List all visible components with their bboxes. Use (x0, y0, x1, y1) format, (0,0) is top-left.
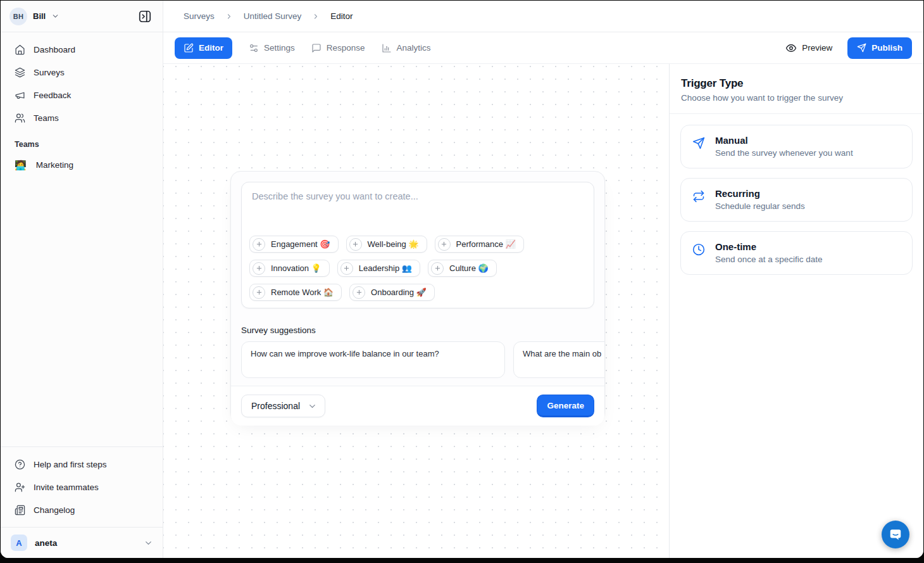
topic-chip-label: Onboarding 🚀 (371, 288, 427, 297)
topic-chip-engagement[interactable]: Engagement 🎯 (249, 236, 339, 253)
tone-select[interactable]: Professional (241, 395, 325, 417)
user-plus-icon (15, 482, 25, 493)
ai-composer-card: Engagement 🎯 Well-being 🌟 Performance 📈 (230, 171, 605, 422)
editor-canvas: Engagement 🎯 Well-being 🌟 Performance 📈 (163, 64, 669, 558)
sidebar-item-feedback[interactable]: Feedback (7, 84, 156, 106)
sidebar-item-label: Teams (34, 113, 59, 123)
trigger-option-description: Schedule regular sends (715, 201, 805, 211)
layers-icon (15, 67, 25, 78)
topic-chip-onboarding[interactable]: Onboarding 🚀 (349, 284, 435, 301)
trigger-type-panel: Trigger Type Choose how you want to trig… (669, 64, 923, 558)
topic-chip-well-being[interactable]: Well-being 🌟 (346, 236, 427, 253)
topic-chip-innovation[interactable]: Innovation 💡 (249, 260, 330, 277)
trigger-option-title: One-time (715, 241, 823, 252)
sidebar-nav: Dashboard Surveys Feedback Teams (1, 32, 163, 129)
eye-icon (785, 42, 797, 54)
chevron-down-icon (51, 12, 59, 20)
teams-section-label: Teams (1, 129, 163, 154)
content-row: Engagement 🎯 Well-being 🌟 Performance 📈 (163, 64, 923, 558)
sidebar-item-teams[interactable]: Teams (7, 107, 156, 129)
tab-label: Analytics (397, 43, 431, 53)
prompt-box: Engagement 🎯 Well-being 🌟 Performance 📈 (241, 182, 594, 308)
sidebar-item-surveys[interactable]: Surveys (7, 61, 156, 83)
sidebar-item-help[interactable]: Help and first steps (7, 453, 156, 475)
plus-icon (253, 238, 265, 251)
generate-button[interactable]: Generate (537, 395, 594, 417)
topic-chips: Engagement 🎯 Well-being 🌟 Performance 📈 (249, 236, 586, 301)
suggestion-card[interactable]: How can we improve work-life balance in … (241, 341, 505, 378)
panel-title: Trigger Type (681, 77, 911, 90)
trigger-option-manual[interactable]: Manual Send the survey whenever you want (680, 125, 913, 168)
tab-label: Response (327, 43, 365, 53)
sidebar-item-label: Changelog (34, 505, 75, 515)
breadcrumb-untitled-survey[interactable]: Untitled Survey (244, 11, 302, 21)
trigger-option-recurring[interactable]: Recurring Schedule regular sends (680, 178, 913, 222)
bar-chart-icon (382, 43, 392, 53)
sidebar-item-changelog[interactable]: Changelog (7, 499, 156, 521)
plus-icon (349, 238, 362, 251)
workspace-switcher[interactable]: BH Bill (1, 1, 163, 32)
tab-editor[interactable]: Editor (175, 37, 232, 59)
topic-chip-remote-work[interactable]: Remote Work 🏠 (249, 284, 342, 301)
topic-chip-performance[interactable]: Performance 📈 (435, 236, 524, 253)
publish-button[interactable]: Publish (847, 37, 912, 59)
topic-chip-label: Remote Work 🏠 (271, 288, 334, 297)
trigger-option-one-time[interactable]: One-time Send once at a specific date (680, 231, 913, 275)
breadcrumb-editor: Editor (330, 11, 353, 21)
plus-icon (253, 286, 265, 299)
collapse-sidebar-button[interactable] (135, 7, 154, 26)
message-square-icon (311, 43, 322, 53)
topic-chip-leadership[interactable]: Leadership 👥 (337, 260, 420, 277)
tab-label: Settings (264, 43, 295, 53)
sidebar-item-invite[interactable]: Invite teammates (7, 476, 156, 498)
sidebar: BH Bill Dashboard Surv (1, 1, 163, 558)
user-menu[interactable]: A aneta (1, 527, 163, 558)
sidebar-item-team-marketing[interactable]: 🧑‍💻 Marketing (7, 154, 156, 175)
tone-value: Professional (251, 401, 300, 411)
sidebar-item-dashboard[interactable]: Dashboard (7, 39, 156, 60)
app-window: BH Bill Dashboard Surv (1, 1, 923, 558)
panel-subtitle: Choose how you want to trigger the surve… (681, 93, 911, 103)
workspace-name: Bill (33, 11, 46, 21)
chat-launcher-button[interactable] (882, 521, 909, 548)
panel-collapse-icon (138, 9, 152, 23)
editor-toolbar: Editor Settings Response Analytics (163, 32, 923, 64)
main-area: Surveys Untitled Survey Editor Editor (163, 1, 923, 558)
trigger-option-text: One-time Send once at a specific date (715, 241, 823, 264)
newspaper-icon (15, 505, 25, 516)
tab-response[interactable]: Response (311, 43, 365, 53)
home-icon (15, 44, 25, 55)
publish-label: Publish (871, 43, 902, 53)
sidebar-item-label: Help and first steps (34, 460, 107, 469)
preview-button[interactable]: Preview (782, 42, 836, 54)
tab-label: Editor (199, 43, 223, 53)
preview-label: Preview (802, 43, 832, 53)
plus-icon (340, 262, 353, 275)
sidebar-spacer (1, 175, 163, 446)
plus-icon (431, 262, 444, 275)
team-label: Marketing (36, 160, 73, 170)
trigger-option-title: Recurring (715, 188, 805, 199)
breadcrumb-surveys[interactable]: Surveys (184, 11, 215, 21)
tab-analytics[interactable]: Analytics (382, 43, 431, 53)
sidebar-item-label: Dashboard (34, 45, 75, 54)
chevron-right-icon (312, 13, 320, 20)
megaphone-icon (15, 90, 25, 101)
topic-chip-culture[interactable]: Culture 🌍 (428, 260, 497, 277)
teams-list: 🧑‍💻 Marketing (1, 154, 163, 175)
trigger-option-text: Recurring Schedule regular sends (715, 188, 805, 211)
tab-settings[interactable]: Settings (249, 43, 295, 53)
trigger-options: Manual Send the survey whenever you want… (670, 114, 923, 286)
topic-chip-label: Well-being 🌟 (368, 239, 419, 249)
plus-icon (253, 262, 265, 275)
help-circle-icon (15, 459, 25, 470)
team-emoji-icon: 🧑‍💻 (15, 160, 27, 170)
chat-bubble-icon (889, 528, 902, 541)
sidebar-footer-nav: Help and first steps Invite teammates Ch… (1, 446, 163, 527)
suggestions-row: How can we improve work-life balance in … (241, 341, 604, 378)
square-pen-icon (184, 43, 194, 53)
topic-chip-label: Culture 🌍 (449, 263, 489, 273)
breadcrumb: Surveys Untitled Survey Editor (163, 1, 923, 32)
topic-chip-label: Leadership 👥 (359, 263, 412, 273)
suggestion-card[interactable]: What are the main ob (513, 341, 604, 378)
